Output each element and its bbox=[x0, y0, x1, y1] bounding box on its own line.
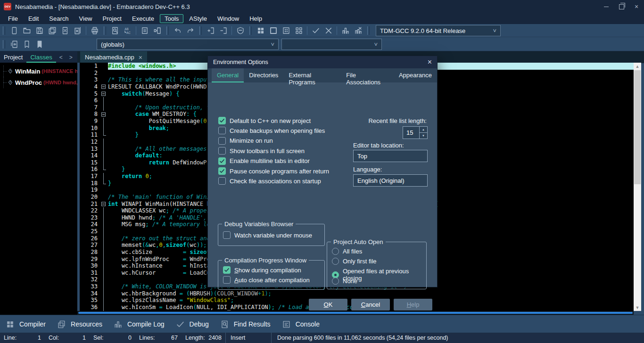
radio-only-first-file[interactable]: Only first file bbox=[332, 258, 377, 265]
panel-tab-find-results[interactable]: Find Results bbox=[218, 320, 280, 329]
editor-tab-location-dropdown[interactable]: Top bbox=[353, 150, 428, 162]
dialog-tab-appearance[interactable]: Appearance bbox=[394, 68, 437, 82]
checkbox-checked[interactable] bbox=[223, 266, 231, 274]
checkbox[interactable] bbox=[223, 276, 231, 284]
find-button[interactable] bbox=[108, 25, 121, 36]
editor-tab-nesabamedia[interactable]: Nesabamedia.cpp × bbox=[80, 51, 147, 63]
profile-button[interactable] bbox=[339, 25, 352, 36]
menu-item-astyle[interactable]: AStyle bbox=[184, 14, 212, 23]
close-file-button[interactable] bbox=[58, 25, 71, 36]
panel-tab-resources[interactable]: Resources bbox=[55, 320, 112, 329]
spinner-down-icon[interactable]: ▼ bbox=[420, 132, 427, 139]
nav-forward-icon[interactable]: > bbox=[66, 54, 76, 61]
rebuild-button[interactable] bbox=[292, 25, 305, 36]
redo-button[interactable] bbox=[184, 25, 197, 36]
dialog-close-icon[interactable]: × bbox=[428, 58, 432, 66]
menu-item-search[interactable]: Search bbox=[44, 14, 73, 23]
option-show-toolbars-in-full-screen[interactable]: Show toolbars in full screen bbox=[218, 147, 305, 155]
menu-item-file[interactable]: File bbox=[3, 14, 23, 23]
menu-item-execute[interactable]: Execute bbox=[127, 14, 159, 23]
doc-lines-button[interactable] bbox=[138, 25, 151, 36]
fold-minus-box[interactable] bbox=[101, 202, 106, 206]
minimize-button[interactable] bbox=[599, 0, 614, 13]
horizontal-scroll-thumb[interactable] bbox=[78, 312, 633, 314]
scroll-down-icon[interactable]: ▼ bbox=[634, 304, 641, 311]
option-auto-close-after-compilation[interactable]: Auto close after compilation bbox=[223, 276, 310, 284]
bookmark-filled-button[interactable] bbox=[33, 39, 46, 50]
radio-none[interactable]: None bbox=[332, 278, 357, 285]
profile-delete-button[interactable] bbox=[352, 25, 364, 36]
checkbox-checked[interactable] bbox=[218, 157, 226, 165]
save-button[interactable] bbox=[33, 25, 46, 36]
dialog-tab-file-associations[interactable]: File Associations bbox=[341, 68, 394, 82]
checkbox[interactable] bbox=[223, 231, 231, 239]
option-show-during-compilation[interactable]: Show during compilation bbox=[223, 266, 301, 274]
dialog-tab-directories[interactable]: Directories bbox=[244, 68, 283, 82]
tab-close-icon[interactable]: × bbox=[139, 54, 142, 61]
abort-button[interactable] bbox=[322, 25, 335, 36]
option-check-file-associations-on-startup[interactable]: Check file associations on startup bbox=[218, 177, 321, 185]
fold-collapse-icon[interactable] bbox=[100, 90, 108, 98]
editor-vertical-scrollbar[interactable]: ▲ ▼ bbox=[634, 63, 641, 311]
compile-button[interactable] bbox=[254, 25, 267, 36]
fold-collapse-icon[interactable] bbox=[100, 111, 108, 118]
insert-unit-button[interactable] bbox=[204, 25, 217, 36]
bookmark-button[interactable] bbox=[20, 39, 33, 50]
menu-item-help[interactable]: Help bbox=[245, 14, 267, 23]
option-watch-variable-under-mouse[interactable]: Watch variable under mouse bbox=[223, 231, 312, 239]
radio-all-files[interactable]: All files bbox=[332, 248, 362, 255]
goto-doc-button[interactable] bbox=[8, 39, 20, 50]
restore-button[interactable] bbox=[614, 0, 629, 13]
globals-combobox[interactable]: (globals) ˅ bbox=[97, 39, 279, 50]
radio-button[interactable] bbox=[332, 278, 339, 285]
undo-button[interactable] bbox=[171, 25, 184, 36]
recent-file-list-spinner[interactable]: 15 ▲ ▼ bbox=[403, 126, 428, 139]
sidebar-tab-classes[interactable]: Classes bbox=[26, 52, 56, 63]
spinner-up-icon[interactable]: ▲ bbox=[420, 127, 427, 132]
save-all-button[interactable] bbox=[46, 25, 58, 36]
checkbox[interactable] bbox=[218, 137, 226, 145]
radio-button[interactable] bbox=[332, 258, 339, 265]
close-all-files-button[interactable] bbox=[71, 25, 84, 36]
checkbox-checked[interactable] bbox=[218, 167, 226, 175]
vertical-scroll-thumb[interactable] bbox=[634, 70, 641, 184]
members-combobox[interactable]: ˅ bbox=[281, 39, 382, 50]
menu-item-edit[interactable]: Edit bbox=[24, 14, 43, 23]
option-minimize-on-run[interactable]: Minimize on run bbox=[218, 137, 273, 145]
panel-tab-console[interactable]: Console bbox=[280, 320, 329, 329]
open-folder-button[interactable] bbox=[20, 25, 33, 36]
checkbox-checked[interactable] bbox=[218, 117, 226, 124]
fold-minus-box[interactable] bbox=[101, 85, 106, 89]
tree-item-winmain[interactable]: WinMain(HINSTANCE hInstance, HINSTANCE h… bbox=[0, 65, 77, 77]
panel-tab-compile-log[interactable]: Compile Log bbox=[112, 320, 174, 329]
check-button[interactable] bbox=[309, 25, 322, 36]
fold-minus-box[interactable] bbox=[101, 112, 106, 116]
panel-tab-debug[interactable]: Debug bbox=[174, 320, 218, 329]
close-button[interactable]: × bbox=[629, 0, 644, 13]
tree-item-wndproc[interactable]: WndProc(HWND hwnd, UINT Message, WPARAM … bbox=[0, 77, 77, 88]
fold-minus-box[interactable] bbox=[101, 91, 106, 96]
option-pause-console-programs-after-return[interactable]: Pause console programs after return bbox=[218, 167, 329, 175]
compile-run-button[interactable] bbox=[280, 25, 292, 36]
ok-button[interactable]: OK bbox=[309, 299, 347, 310]
menu-item-view[interactable]: View bbox=[74, 14, 97, 23]
remove-unit-button[interactable] bbox=[217, 25, 230, 36]
option-create-backups-when-opening-files[interactable]: Create backups when opening files bbox=[218, 127, 325, 134]
new-file-button[interactable] bbox=[8, 25, 20, 36]
print-button[interactable] bbox=[88, 25, 101, 36]
menu-item-window[interactable]: Window bbox=[213, 14, 244, 23]
compiler-profile-combobox[interactable]: TDM-GCC 9.2.0 64-bit Release˅ bbox=[376, 25, 501, 36]
panel-tab-compiler[interactable]: Compiler bbox=[4, 320, 55, 329]
checkbox[interactable] bbox=[218, 127, 226, 134]
dialog-tab-general[interactable]: General bbox=[212, 68, 244, 82]
shield-button[interactable] bbox=[234, 25, 247, 36]
replace-button[interactable]: ABAC bbox=[121, 25, 134, 36]
fold-collapse-icon[interactable] bbox=[100, 83, 108, 90]
editor-horizontal-scrollbar[interactable] bbox=[77, 311, 634, 315]
checkbox[interactable] bbox=[218, 147, 226, 155]
nav-back-icon[interactable]: < bbox=[56, 54, 66, 61]
checkbox[interactable] bbox=[218, 177, 226, 185]
language-dropdown[interactable]: English (Original) bbox=[353, 174, 428, 187]
option-default-to-c-on-new-project[interactable]: Default to C++ on new project bbox=[218, 117, 311, 124]
doc-insert-button[interactable] bbox=[151, 25, 164, 36]
